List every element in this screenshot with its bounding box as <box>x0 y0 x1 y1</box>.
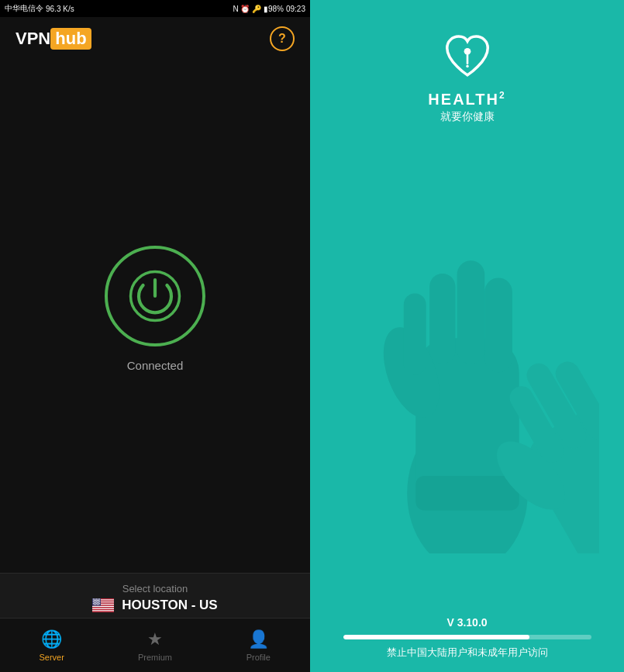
svg-rect-48 <box>457 260 484 364</box>
health-app-name: HEALTH2 <box>428 90 505 109</box>
carrier-text: 中华电信令 <box>5 3 43 14</box>
version-text: V 3.10.0 <box>446 616 487 629</box>
health-bottom: V 3.10.0 禁止中国大陆用户和未成年用户访问 <box>310 605 624 672</box>
svg-point-17 <box>96 598 97 599</box>
health-subtitle-text: 就要你健康 <box>440 110 495 124</box>
progress-fill <box>343 635 529 639</box>
svg-point-25 <box>95 601 95 601</box>
help-icon: ? <box>278 32 286 46</box>
tab-bar: 🌐 Server ★ Premium 👤 Profile <box>0 618 310 672</box>
connection-status: Connected <box>127 359 184 372</box>
svg-point-20 <box>94 600 95 601</box>
svg-point-38 <box>94 604 95 605</box>
svg-rect-13 <box>92 612 114 612</box>
main-content: Connected <box>0 60 310 573</box>
tab-server-label: Server <box>39 653 64 662</box>
glove-svg <box>336 166 599 553</box>
tab-profile[interactable]: 👤 Profile <box>207 619 310 672</box>
svg-point-15 <box>93 598 94 599</box>
svg-point-19 <box>99 598 100 599</box>
svg-point-22 <box>97 600 98 601</box>
health-logo <box>440 31 495 85</box>
svg-rect-10 <box>92 608 114 608</box>
svg-rect-11 <box>92 609 114 610</box>
logo-vpn-text: VPN <box>16 29 50 49</box>
status-icons: N ⏰ 🔑 ▮98% <box>233 5 284 13</box>
svg-point-30 <box>95 602 96 603</box>
left-panel: 中华电信令 96.3 K/s N ⏰ 🔑 ▮98% 09:23 VPNhub ? <box>0 0 310 672</box>
svg-point-24 <box>93 601 94 601</box>
tab-profile-label: Profile <box>246 653 271 662</box>
svg-rect-47 <box>484 277 512 372</box>
svg-point-23 <box>98 600 99 601</box>
svg-point-18 <box>98 598 98 599</box>
power-button-container: Connected <box>105 246 205 372</box>
svg-point-21 <box>95 600 96 601</box>
tab-server[interactable]: 🌐 Server <box>0 619 103 672</box>
help-button[interactable]: ? <box>270 26 295 51</box>
svg-point-32 <box>98 602 99 603</box>
svg-point-37 <box>99 603 100 604</box>
location-row: HOUSTON - US <box>16 598 295 613</box>
health-heart-icon <box>440 31 495 85</box>
power-icon <box>128 269 182 323</box>
data-speed: 96.3 K/s <box>46 5 74 13</box>
status-left: 中华电信令 96.3 K/s <box>5 3 74 14</box>
svg-point-35 <box>96 603 97 604</box>
svg-rect-8 <box>92 606 114 607</box>
svg-rect-12 <box>92 610 114 611</box>
tab-premium[interactable]: ★ Premium <box>103 619 206 672</box>
select-location-panel[interactable]: Select location <box>0 573 310 618</box>
location-name: HOUSTON - US <box>122 598 217 613</box>
glove-illustration <box>310 124 624 594</box>
us-flag-icon <box>92 598 114 612</box>
disclaimer-text: 禁止中国大陆用户和未成年用户访问 <box>387 646 548 660</box>
profile-icon: 👤 <box>248 629 269 650</box>
progress-bar <box>343 635 591 639</box>
svg-rect-9 <box>92 607 114 608</box>
svg-point-27 <box>98 601 98 601</box>
svg-point-28 <box>99 601 100 601</box>
svg-point-41 <box>98 604 99 605</box>
svg-point-39 <box>95 604 96 605</box>
svg-point-36 <box>98 603 98 604</box>
svg-point-31 <box>97 602 98 603</box>
select-location-label: Select location <box>16 583 295 594</box>
health-superscript: 2 <box>499 90 506 101</box>
top-bar: VPNhub ? <box>0 17 310 60</box>
power-button[interactable] <box>105 246 205 346</box>
svg-rect-50 <box>403 293 426 375</box>
svg-rect-49 <box>429 273 455 364</box>
premium-icon: ★ <box>147 629 163 650</box>
svg-point-34 <box>95 603 95 604</box>
vpnhub-logo: VPNhub <box>16 28 91 50</box>
logo-hub-text: hub <box>50 28 91 50</box>
health-name-text: HEALTH <box>428 91 499 108</box>
health-header: HEALTH2 就要你健康 <box>428 0 505 124</box>
status-bar: 中华电信令 96.3 K/s N ⏰ 🔑 ▮98% 09:23 <box>0 0 310 17</box>
status-right: N ⏰ 🔑 ▮98% 09:23 <box>233 5 305 13</box>
svg-point-16 <box>95 598 95 599</box>
svg-point-26 <box>96 601 97 601</box>
svg-rect-51 <box>415 476 519 510</box>
svg-point-33 <box>93 603 94 604</box>
svg-point-43 <box>466 65 469 68</box>
time-text: 09:23 <box>286 5 305 13</box>
server-icon: 🌐 <box>41 629 62 650</box>
svg-point-29 <box>94 602 95 603</box>
svg-point-40 <box>97 604 98 605</box>
tab-premium-label: Premium <box>138 653 172 662</box>
right-panel: HEALTH2 就要你健康 <box>310 0 624 672</box>
